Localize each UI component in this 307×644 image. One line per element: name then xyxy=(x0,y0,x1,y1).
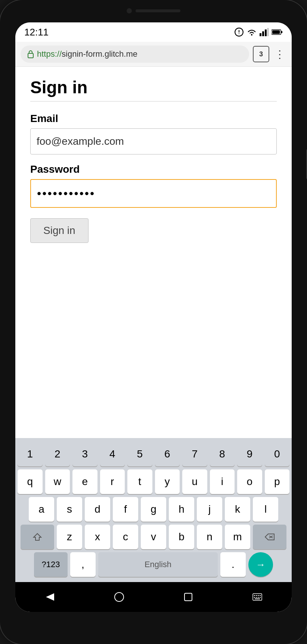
key-a[interactable]: a xyxy=(29,497,54,522)
svg-rect-20 xyxy=(258,595,259,596)
key-e[interactable]: e xyxy=(72,469,97,494)
status-time: 12:11 xyxy=(24,26,49,38)
more-options-button[interactable]: ⋮ xyxy=(273,48,286,60)
phone-frame: 12:11 xyxy=(0,0,307,644)
key-q[interactable]: q xyxy=(18,469,43,494)
bottom-nav xyxy=(15,582,292,612)
svg-rect-22 xyxy=(254,597,255,598)
lock-icon xyxy=(27,50,34,58)
key-v[interactable]: v xyxy=(141,525,166,549)
svg-point-2 xyxy=(239,33,239,34)
key-x[interactable]: x xyxy=(85,525,110,549)
symbols-key[interactable]: ?123 xyxy=(34,552,68,577)
recents-button[interactable] xyxy=(177,590,199,604)
key-0[interactable]: 0 xyxy=(265,442,290,466)
key-s[interactable]: s xyxy=(57,497,82,522)
back-button[interactable] xyxy=(39,590,61,604)
keyboard-row-bottom: ?123 , English . → xyxy=(18,552,289,577)
key-i[interactable]: i xyxy=(210,469,235,494)
svg-rect-19 xyxy=(256,595,257,596)
status-bar: 12:11 xyxy=(15,22,292,42)
spacebar-key[interactable]: English xyxy=(98,552,218,577)
key-d[interactable]: d xyxy=(85,497,110,522)
address-bar[interactable]: https://signin-form.glitch.me xyxy=(21,46,249,63)
tab-count-button[interactable]: 3 xyxy=(253,46,269,62)
keyboard-row-numbers: 1 2 3 4 5 6 7 8 9 0 xyxy=(18,442,289,466)
svg-rect-4 xyxy=(260,33,261,36)
keyboard-button[interactable] xyxy=(246,590,269,604)
key-8[interactable]: 8 xyxy=(210,442,235,466)
svg-rect-16 xyxy=(184,593,192,601)
svg-rect-6 xyxy=(265,29,267,36)
key-9[interactable]: 9 xyxy=(237,442,262,466)
email-label: Email xyxy=(30,113,277,125)
key-c[interactable]: c xyxy=(113,525,138,549)
key-k[interactable]: k xyxy=(225,497,250,522)
key-n[interactable]: n xyxy=(197,525,222,549)
svg-rect-18 xyxy=(254,595,255,596)
action-key[interactable]: → xyxy=(248,552,273,577)
key-o[interactable]: o xyxy=(237,469,262,494)
svg-rect-11 xyxy=(28,53,33,58)
key-b[interactable]: b xyxy=(169,525,194,549)
svg-rect-7 xyxy=(267,28,269,36)
page-title: Sign in xyxy=(30,77,277,97)
speaker-bar xyxy=(136,9,180,12)
svg-rect-5 xyxy=(262,31,264,36)
svg-point-15 xyxy=(115,593,124,601)
phone-top xyxy=(116,5,191,16)
svg-rect-23 xyxy=(256,597,257,598)
svg-point-3 xyxy=(251,34,252,36)
key-g[interactable]: g xyxy=(141,497,166,522)
address-url: https://signin-form.glitch.me xyxy=(37,49,137,59)
comma-key[interactable]: , xyxy=(70,552,96,577)
key-1[interactable]: 1 xyxy=(18,442,43,466)
svg-rect-26 xyxy=(255,598,260,599)
key-h[interactable]: h xyxy=(169,497,194,522)
status-icons xyxy=(234,27,283,37)
key-3[interactable]: 3 xyxy=(72,442,97,466)
title-divider xyxy=(30,101,277,101)
backspace-key[interactable] xyxy=(253,525,286,549)
key-p[interactable]: p xyxy=(265,469,290,494)
page-content: Sign in Email Password Sign in xyxy=(15,67,292,438)
key-w[interactable]: w xyxy=(45,469,70,494)
key-7[interactable]: 7 xyxy=(182,442,207,466)
keyboard-row-qwerty: q w e r t y u i o p xyxy=(18,469,289,494)
keyboard-row-asdf: a s d f g h j k l xyxy=(18,497,289,522)
key-j[interactable]: j xyxy=(197,497,222,522)
svg-rect-9 xyxy=(281,31,282,33)
notification-icon xyxy=(234,27,244,37)
key-m[interactable]: m xyxy=(225,525,250,549)
key-u[interactable]: u xyxy=(182,469,207,494)
svg-rect-10 xyxy=(272,30,280,34)
key-5[interactable]: 5 xyxy=(127,442,152,466)
phone-screen: 12:11 xyxy=(15,22,292,612)
home-button[interactable] xyxy=(108,590,130,604)
password-label: Password xyxy=(30,163,277,175)
signal-icon xyxy=(260,28,269,36)
key-t[interactable]: t xyxy=(127,469,152,494)
svg-marker-14 xyxy=(46,593,54,601)
browser-chrome: https://signin-form.glitch.me 3 ⋮ xyxy=(15,42,292,67)
key-6[interactable]: 6 xyxy=(155,442,180,466)
camera-dot xyxy=(127,8,132,13)
keyboard-row-zxcv: z x c v b n m xyxy=(18,525,289,549)
battery-icon xyxy=(272,29,283,35)
svg-rect-25 xyxy=(260,597,261,598)
keyboard: 1 2 3 4 5 6 7 8 9 0 q w e r t y u i xyxy=(15,438,292,582)
shift-key[interactable] xyxy=(21,525,54,549)
key-2[interactable]: 2 xyxy=(45,442,70,466)
wifi-icon xyxy=(247,28,257,36)
period-key[interactable]: . xyxy=(220,552,246,577)
signin-button[interactable]: Sign in xyxy=(30,218,89,243)
key-y[interactable]: y xyxy=(155,469,180,494)
email-input[interactable] xyxy=(30,128,277,154)
key-f[interactable]: f xyxy=(113,497,138,522)
password-input[interactable] xyxy=(30,179,277,208)
key-4[interactable]: 4 xyxy=(100,442,125,466)
svg-rect-24 xyxy=(258,597,259,598)
key-z[interactable]: z xyxy=(57,525,82,549)
key-r[interactable]: r xyxy=(100,469,125,494)
key-l[interactable]: l xyxy=(253,497,278,522)
